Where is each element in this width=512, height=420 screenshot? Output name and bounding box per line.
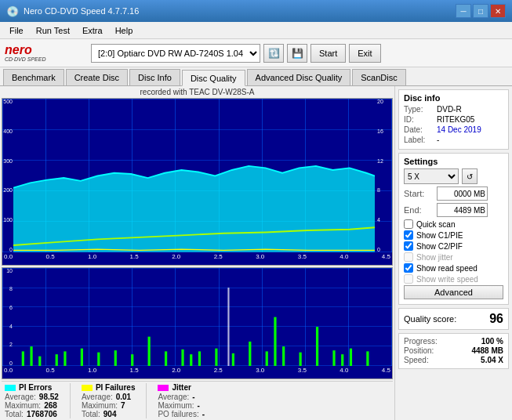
menu-extra[interactable]: Extra (76, 24, 109, 37)
show-read-speed-checkbox[interactable] (404, 263, 413, 273)
jitter-avg-value: - (192, 393, 194, 401)
show-write-speed-checkbox[interactable] (404, 274, 413, 284)
tab-disc-info[interactable]: Disc Info (129, 69, 180, 85)
legend-pi-failures: PI Failures Average: 0.01 Maximum: 7 Tot… (82, 383, 136, 418)
speed-row: 5 X ↺ (404, 168, 503, 184)
start-input[interactable] (437, 186, 488, 201)
disc-date-value: 14 Dec 2019 (437, 125, 481, 134)
position-value: 4488 MB (471, 346, 503, 355)
tab-benchmark[interactable]: Benchmark (3, 69, 64, 85)
chart-upper: 500 400 300 200 100 0 20 16 12 8 4 0 0.0… (2, 98, 393, 266)
jitter-max-label: Maximum: (158, 401, 194, 410)
svg-rect-4 (56, 354, 58, 366)
end-row: End: (404, 203, 503, 217)
disc-type-row: Type: DVD-R (404, 105, 503, 114)
svg-rect-7 (97, 352, 100, 366)
tab-disc-quality[interactable]: Disc Quality (182, 70, 245, 86)
pi-errors-total-label: Total: (5, 410, 24, 418)
chart-title: recorded with TEAC DV-W28S-A (2, 88, 393, 96)
svg-rect-1 (22, 351, 24, 366)
position-label: Position: (404, 346, 434, 355)
quality-score-label: Quality score: (404, 314, 456, 324)
svg-rect-18 (266, 351, 268, 366)
end-label: End: (404, 205, 434, 215)
show-jitter-label: Show jitter (416, 253, 453, 262)
menu-help[interactable]: Help (109, 24, 140, 37)
upper-chart-svg (13, 99, 375, 252)
refresh-icon-button[interactable]: 🔃 (263, 44, 284, 63)
svg-rect-11 (165, 351, 167, 366)
save-icon-button[interactable]: 💾 (287, 44, 307, 63)
show-c1pie-checkbox[interactable] (404, 230, 413, 240)
svg-rect-16 (232, 353, 234, 366)
show-c2pif-checkbox[interactable] (404, 241, 413, 251)
speed-value: 5.04 X (481, 356, 503, 364)
pi-failures-max-value: 7 (121, 401, 125, 410)
disc-date-label: Date: (404, 125, 434, 134)
pi-failures-avg-label: Average: (82, 393, 113, 401)
exit-button[interactable]: Exit (349, 44, 380, 63)
sidebar: Disc info Type: DVD-R ID: RITEKG05 Date:… (394, 86, 512, 420)
disc-type-value: DVD-R (437, 105, 462, 114)
svg-rect-13 (190, 354, 192, 366)
quick-scan-checkbox[interactable] (404, 219, 413, 229)
svg-rect-22 (316, 327, 318, 366)
title-bar-controls: ─ □ ✕ (456, 4, 506, 18)
pi-errors-label: PI Errors (19, 383, 52, 392)
speed-select[interactable]: 5 X (404, 168, 459, 184)
legend-pi-errors: PI Errors Average: 98.52 Maximum: 268 To… (5, 383, 59, 418)
disc-info-title: Disc info (404, 93, 503, 103)
disc-id-row: ID: RITEKG05 (404, 115, 503, 124)
tabs-bar: Benchmark Create Disc Disc Info Disc Qua… (0, 67, 512, 86)
pi-errors-color (5, 385, 16, 391)
lower-y-left: 10 8 6 4 2 0 (2, 268, 13, 366)
menu-file[interactable]: File (3, 24, 30, 37)
position-row: Position: 4488 MB (404, 346, 503, 355)
svg-rect-26 (366, 351, 369, 366)
disc-id-label: ID: (404, 115, 434, 124)
pi-errors-max-value: 268 (44, 401, 57, 410)
svg-rect-10 (148, 336, 151, 366)
upper-x-labels: 0.0 0.5 1.0 1.5 2.0 2.5 3.0 3.5 4.0 4.5 (2, 253, 392, 264)
app-icon: 💿 (6, 5, 19, 17)
pi-errors-avg-label: Average: (5, 393, 36, 401)
svg-rect-20 (282, 346, 285, 366)
svg-rect-27 (227, 288, 229, 366)
quick-scan-label[interactable]: Quick scan (416, 220, 455, 229)
svg-rect-21 (300, 352, 302, 366)
nero-logo-text: nero (5, 44, 83, 56)
lower-x-labels: 0.0 0.5 1.0 1.5 2.0 2.5 3.0 3.5 4.0 4.5 (2, 367, 392, 378)
show-jitter-checkbox[interactable] (404, 252, 413, 262)
advanced-button[interactable]: Advanced (404, 285, 503, 299)
show-read-speed-label[interactable]: Show read speed (416, 264, 478, 273)
pi-failures-avg-value: 0.01 (116, 393, 131, 401)
progress-section: Progress: 100 % Position: 4488 MB Speed:… (398, 333, 509, 369)
jitter-avg-label: Average: (158, 393, 189, 401)
start-button[interactable]: Start (310, 44, 346, 63)
show-c1pie-row: Show C1/PIE (404, 230, 503, 240)
disc-type-label: Type: (404, 105, 434, 114)
show-c2pif-label[interactable]: Show C2/PIF (416, 242, 463, 251)
pi-errors-max-label: Maximum: (5, 401, 41, 410)
svg-rect-12 (181, 349, 183, 366)
drive-select[interactable]: [2:0] Optiarc DVD RW AD-7240S 1.04 (91, 44, 260, 63)
speed-icon-button[interactable]: ↺ (462, 168, 478, 184)
maximize-button[interactable]: □ (473, 4, 488, 18)
start-row: Start: (404, 186, 503, 201)
menu-runtest[interactable]: Run Test (30, 24, 76, 37)
quality-score-value: 96 (489, 312, 503, 326)
close-button[interactable]: ✕ (490, 4, 506, 18)
tab-create-disc[interactable]: Create Disc (66, 69, 128, 85)
tab-scandisc[interactable]: ScanDisc (352, 69, 405, 85)
end-input[interactable] (437, 203, 488, 217)
svg-rect-9 (131, 354, 133, 366)
po-failures-label: PO failures: (158, 410, 198, 418)
main-content: recorded with TEAC DV-W28S-A (0, 86, 512, 420)
tab-advanced-disc-quality[interactable]: Advanced Disc Quality (247, 69, 351, 85)
minimize-button[interactable]: ─ (456, 4, 471, 18)
legend-jitter: Jitter Average: - Maximum: - PO failures… (158, 383, 205, 418)
svg-rect-2 (30, 346, 32, 366)
pi-failures-label: PI Failures (96, 383, 136, 392)
pi-failures-total-label: Total: (82, 410, 100, 418)
show-c1pie-label[interactable]: Show C1/PIE (416, 231, 463, 240)
